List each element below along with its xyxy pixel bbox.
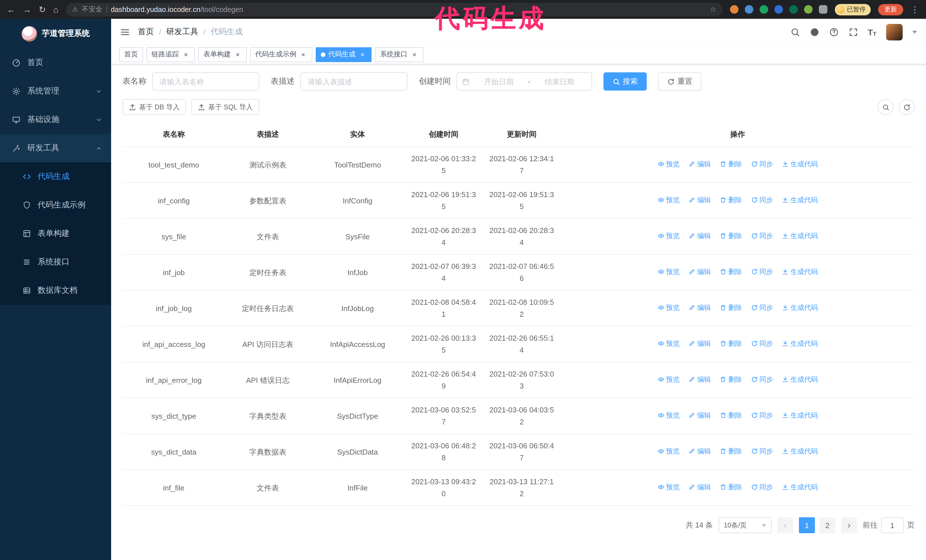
page-button[interactable]: 1 bbox=[799, 517, 815, 533]
sync-action[interactable]: 同步 bbox=[751, 374, 773, 386]
generate-code-action[interactable]: 生成代码 bbox=[782, 302, 818, 314]
refresh-table-button[interactable] bbox=[899, 99, 915, 115]
sidebar-item-system[interactable]: 系统管理 bbox=[0, 77, 111, 106]
tab[interactable]: 系统接口× bbox=[375, 47, 424, 62]
help-icon[interactable] bbox=[829, 27, 838, 37]
delete-action[interactable]: 删除 bbox=[720, 158, 742, 171]
generate-code-action[interactable]: 生成代码 bbox=[782, 410, 818, 421]
sync-action[interactable]: 同步 bbox=[751, 445, 773, 457]
tab-close-icon[interactable]: × bbox=[359, 50, 366, 58]
generate-code-action[interactable]: 生成代码 bbox=[782, 338, 818, 350]
sidebar-subitem-system-api[interactable]: 系统接口 bbox=[0, 248, 111, 276]
edit-action[interactable]: 编辑 bbox=[688, 482, 711, 494]
extension-icon-3[interactable] bbox=[760, 5, 768, 14]
generate-code-action[interactable]: 生成代码 bbox=[782, 266, 818, 278]
tab[interactable]: 首页× bbox=[119, 47, 143, 62]
date-range-picker[interactable]: - bbox=[457, 72, 592, 91]
sidebar-item-home[interactable]: 首页 bbox=[0, 48, 111, 77]
delete-action[interactable]: 删除 bbox=[720, 266, 742, 278]
preview-action[interactable]: 预览 bbox=[658, 338, 680, 350]
delete-action[interactable]: 删除 bbox=[720, 410, 742, 421]
generate-code-action[interactable]: 生成代码 bbox=[782, 194, 818, 206]
tab[interactable]: 链路追踪× bbox=[147, 47, 195, 62]
sync-action[interactable]: 同步 bbox=[751, 194, 773, 206]
delete-action[interactable]: 删除 bbox=[720, 445, 742, 457]
sidebar-subitem-codegen-example[interactable]: 代码生成示例 bbox=[0, 191, 111, 219]
edit-action[interactable]: 编辑 bbox=[688, 410, 711, 421]
home-icon[interactable]: ⌂ bbox=[53, 5, 58, 14]
edit-action[interactable]: 编辑 bbox=[688, 338, 711, 350]
generate-code-action[interactable]: 生成代码 bbox=[782, 445, 818, 457]
edit-action[interactable]: 编辑 bbox=[688, 194, 711, 206]
edit-action[interactable]: 编辑 bbox=[688, 158, 711, 171]
preview-action[interactable]: 预览 bbox=[658, 266, 680, 278]
sidebar-item-infra[interactable]: 基础设施 bbox=[0, 106, 111, 134]
delete-action[interactable]: 删除 bbox=[720, 194, 742, 206]
sync-action[interactable]: 同步 bbox=[751, 482, 773, 494]
search-icon[interactable] bbox=[790, 27, 800, 37]
tab-close-icon[interactable]: × bbox=[410, 50, 418, 58]
extension-icon-2[interactable] bbox=[745, 5, 754, 14]
preview-action[interactable]: 预览 bbox=[658, 194, 680, 206]
tab-close-icon[interactable]: × bbox=[299, 50, 307, 58]
preview-action[interactable]: 预览 bbox=[658, 374, 680, 386]
puzzle-extensions-icon[interactable] bbox=[819, 5, 828, 14]
preview-action[interactable]: 预览 bbox=[658, 230, 680, 242]
edit-action[interactable]: 编辑 bbox=[688, 266, 711, 278]
user-avatar[interactable] bbox=[886, 24, 903, 40]
breadcrumb-devtools[interactable]: 研发工具 bbox=[166, 27, 198, 37]
generate-code-action[interactable]: 生成代码 bbox=[782, 158, 818, 171]
search-button[interactable]: 搜索 bbox=[604, 72, 647, 91]
sync-action[interactable]: 同步 bbox=[751, 230, 773, 242]
import-sql-button[interactable]: 基于 SQL 导入 bbox=[192, 99, 259, 115]
import-db-button[interactable]: 基于 DB 导入 bbox=[123, 99, 186, 115]
delete-action[interactable]: 删除 bbox=[720, 302, 742, 314]
extension-icon-1[interactable] bbox=[730, 5, 738, 14]
sync-action[interactable]: 同步 bbox=[751, 410, 773, 421]
sync-action[interactable]: 同步 bbox=[751, 158, 773, 171]
tab-close-icon[interactable]: × bbox=[234, 50, 242, 58]
browser-menu-icon[interactable]: ⋮ bbox=[911, 5, 919, 14]
start-date-input[interactable] bbox=[472, 77, 526, 86]
extension-icon-4[interactable] bbox=[775, 5, 783, 14]
generate-code-action[interactable]: 生成代码 bbox=[782, 482, 818, 494]
tab[interactable]: 代码生成示例× bbox=[250, 47, 312, 62]
address-bar[interactable]: ⚠ 不安全 dashboard.yudao.iocoder.cn/tool/co… bbox=[66, 3, 723, 16]
bookmark-star-icon[interactable]: ☆ bbox=[710, 5, 716, 14]
breadcrumb-home[interactable]: 首页 bbox=[138, 27, 154, 37]
github-icon[interactable] bbox=[809, 27, 819, 37]
sidebar-subitem-codegen[interactable]: 代码生成 bbox=[0, 162, 111, 191]
prev-page-button[interactable]: ‹ bbox=[777, 517, 793, 533]
back-icon[interactable]: ← bbox=[7, 5, 15, 14]
delete-action[interactable]: 删除 bbox=[720, 482, 742, 494]
table-name-input[interactable] bbox=[152, 72, 259, 91]
delete-action[interactable]: 删除 bbox=[720, 374, 742, 386]
generate-code-action[interactable]: 生成代码 bbox=[782, 230, 818, 242]
font-size-icon[interactable]: TT bbox=[868, 27, 876, 37]
tab[interactable]: 代码生成× bbox=[316, 47, 372, 62]
search-toggle-button[interactable] bbox=[878, 99, 894, 115]
reload-icon[interactable]: ↻ bbox=[39, 5, 46, 14]
preview-action[interactable]: 预览 bbox=[658, 445, 680, 457]
generate-code-action[interactable]: 生成代码 bbox=[782, 374, 818, 386]
delete-action[interactable]: 删除 bbox=[720, 338, 742, 350]
edit-action[interactable]: 编辑 bbox=[688, 374, 711, 386]
extension-icon-6[interactable] bbox=[804, 5, 813, 14]
preview-action[interactable]: 预览 bbox=[658, 410, 680, 421]
sync-action[interactable]: 同步 bbox=[751, 338, 773, 350]
sidebar-subitem-form-builder[interactable]: 表单构建 bbox=[0, 219, 111, 248]
table-desc-input[interactable] bbox=[300, 72, 407, 91]
preview-action[interactable]: 预览 bbox=[658, 158, 680, 171]
edit-action[interactable]: 编辑 bbox=[688, 230, 711, 242]
preview-action[interactable]: 预览 bbox=[658, 482, 680, 494]
sidebar-item-devtools[interactable]: 研发工具 bbox=[0, 134, 111, 162]
app-logo[interactable]: 芋道管理系统 bbox=[0, 19, 111, 48]
hamburger-icon[interactable] bbox=[120, 27, 130, 37]
goto-page-input[interactable] bbox=[881, 517, 904, 533]
extension-icon-5[interactable] bbox=[789, 5, 798, 14]
browser-update-button[interactable]: 更新 bbox=[878, 4, 903, 15]
sync-action[interactable]: 同步 bbox=[751, 302, 773, 314]
edit-action[interactable]: 编辑 bbox=[688, 445, 711, 457]
avatar-caret-icon[interactable] bbox=[912, 30, 917, 33]
end-date-input[interactable] bbox=[533, 77, 586, 86]
